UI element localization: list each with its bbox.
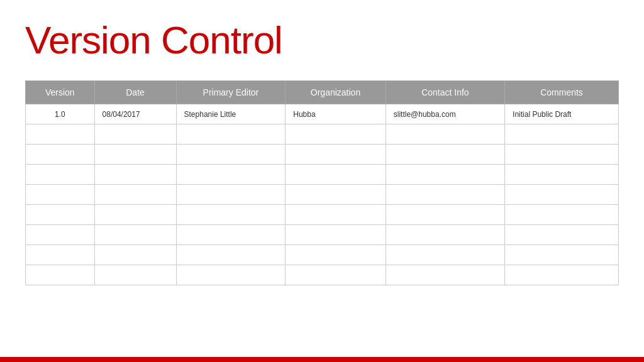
cell-org [286, 225, 386, 245]
table-row [26, 225, 619, 245]
page-container: Version Control Version Date Primary Edi… [0, 0, 644, 362]
table-row [26, 265, 619, 285]
cell-org [286, 245, 386, 265]
bottom-bar [0, 357, 644, 362]
table-row [26, 124, 619, 145]
col-header-date: Date [94, 81, 176, 104]
cell-contact [386, 205, 504, 225]
table-header-row: Version Date Primary Editor Organization… [26, 81, 619, 104]
table-row: 1.008/04/2017Stephanie LittleHubbaslittl… [26, 104, 619, 124]
cell-version [26, 124, 95, 145]
cell-comments [505, 165, 619, 185]
cell-contact [386, 124, 504, 145]
cell-contact [386, 165, 504, 185]
cell-org [286, 165, 386, 185]
cell-version [26, 225, 95, 245]
table-row [26, 205, 619, 225]
cell-date [94, 185, 176, 205]
table-row [26, 185, 619, 205]
page-title: Version Control [25, 19, 619, 62]
cell-contact: slittle@hubba.com [386, 104, 504, 124]
cell-contact [386, 185, 504, 205]
cell-editor [176, 245, 286, 265]
cell-date [94, 124, 176, 145]
version-control-table: Version Date Primary Editor Organization… [25, 80, 619, 285]
cell-contact [386, 245, 504, 265]
cell-date [94, 145, 176, 165]
cell-editor [176, 205, 286, 225]
col-header-primary-editor: Primary Editor [176, 81, 286, 104]
table-row [26, 245, 619, 265]
cell-org: Hubba [286, 104, 386, 124]
cell-org [286, 205, 386, 225]
cell-comments [505, 225, 619, 245]
cell-date [94, 205, 176, 225]
cell-editor: Stephanie Little [176, 104, 286, 124]
col-header-contact-info: Contact Info [386, 81, 504, 104]
cell-editor [176, 145, 286, 165]
cell-editor [176, 185, 286, 205]
cell-editor [176, 165, 286, 185]
cell-date [94, 245, 176, 265]
col-header-comments: Comments [505, 81, 619, 104]
cell-date [94, 165, 176, 185]
cell-org [286, 185, 386, 205]
cell-date: 08/04/2017 [94, 104, 176, 124]
cell-editor [176, 124, 286, 145]
cell-version [26, 265, 95, 285]
cell-org [286, 265, 386, 285]
cell-version [26, 185, 95, 205]
cell-version: 1.0 [26, 104, 95, 124]
cell-org [286, 145, 386, 165]
cell-date [94, 265, 176, 285]
col-header-organization: Organization [286, 81, 386, 104]
cell-contact [386, 265, 504, 285]
cell-comments [505, 205, 619, 225]
cell-version [26, 245, 95, 265]
cell-comments [505, 124, 619, 145]
table-wrapper: Version Date Primary Editor Organization… [25, 80, 619, 349]
cell-version [26, 205, 95, 225]
cell-comments [505, 265, 619, 285]
cell-contact [386, 145, 504, 165]
cell-editor [176, 265, 286, 285]
table-row [26, 145, 619, 165]
cell-comments [505, 245, 619, 265]
cell-org [286, 124, 386, 145]
cell-version [26, 145, 95, 165]
cell-comments: Initial Public Draft [505, 104, 619, 124]
cell-editor [176, 225, 286, 245]
col-header-version: Version [26, 81, 95, 104]
cell-version [26, 165, 95, 185]
table-row [26, 165, 619, 185]
cell-date [94, 225, 176, 245]
cell-comments [505, 145, 619, 165]
cell-contact [386, 225, 504, 245]
cell-comments [505, 185, 619, 205]
